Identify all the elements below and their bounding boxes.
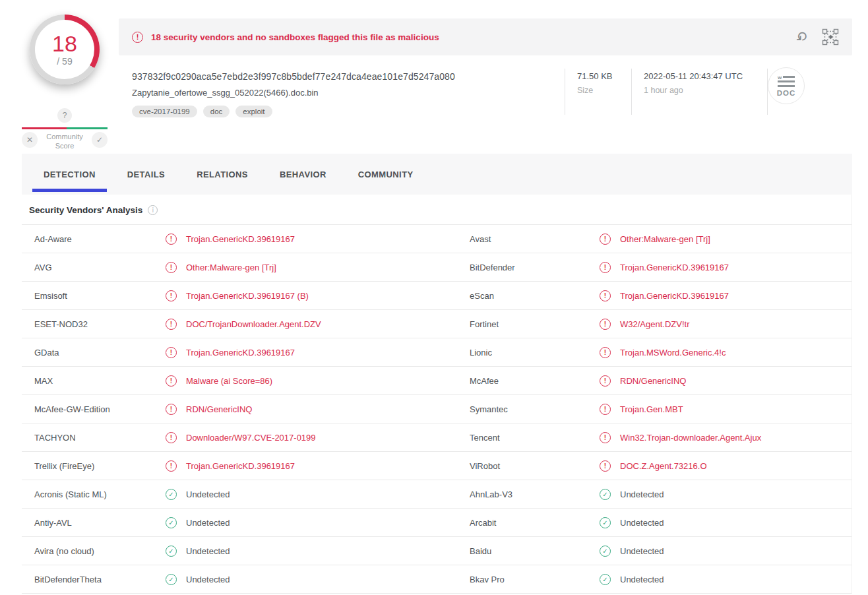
vendor-name: eScan xyxy=(457,291,600,301)
community-score-help-icon[interactable]: ? xyxy=(57,108,72,123)
file-size-value: 71.50 KB xyxy=(577,71,631,81)
vendor-result: ! Trojan.Gen.MBT xyxy=(600,404,852,415)
vendor-result: ✓ Undetected xyxy=(166,517,457,528)
alert-icon: ! xyxy=(600,375,611,387)
tag-exploit[interactable]: exploit xyxy=(235,106,272,117)
table-row: GData ! Trojan.GenericKD.39619167 Lionic… xyxy=(22,338,852,367)
last-analysis-date: 2022-05-11 20:43:47 UTC xyxy=(644,71,755,81)
community-score-label: Community Score xyxy=(40,132,89,150)
check-icon: ✓ xyxy=(166,546,177,557)
vendor-result: ✓ Undetected xyxy=(166,546,457,557)
vendor-result: ✓ Undetected xyxy=(600,517,852,528)
vote-harmless-button[interactable]: ✓ xyxy=(92,132,108,148)
alert-icon: ! xyxy=(600,234,611,245)
vendor-name: Tencent xyxy=(457,433,600,443)
active-tab-underline xyxy=(32,189,107,192)
alert-icon: ! xyxy=(600,319,611,330)
vendor-name: ViRobot xyxy=(457,461,600,471)
alert-icon: ! xyxy=(600,347,611,358)
alert-icon: ! xyxy=(600,262,611,273)
vendor-result: ! Other:Malware-gen [Trj] xyxy=(600,234,852,245)
vendor-name: Arcabit xyxy=(457,518,600,528)
vendor-result: ! Trojan.GenericKD.39619167 xyxy=(166,234,457,245)
detection-banner: ! 18 security vendors and no sandboxes f… xyxy=(119,18,852,55)
vendor-analysis-table: Ad-Aware ! Trojan.GenericKD.39619167 Ava… xyxy=(22,224,852,594)
vendor-name: Ad-Aware xyxy=(22,234,166,244)
vendor-result: ! RDN/GenericINQ xyxy=(600,375,852,387)
file-sha256: 937832f9c0290aca5e7ebd2e3f997c8b5bdef77e… xyxy=(132,71,565,82)
tab-behavior[interactable]: BEHAVIOR xyxy=(268,154,338,195)
vendor-name: AhnLab-V3 xyxy=(457,489,600,499)
tab-details[interactable]: DETAILS xyxy=(116,154,176,195)
tab-detection[interactable]: DETECTION xyxy=(32,154,107,195)
vendor-name: BitDefenderTheta xyxy=(22,575,166,584)
detection-content: Security Vendors' Analysis i Ad-Aware ! … xyxy=(22,195,852,594)
table-row: TACHYON ! Downloader/W97.CVE-2017-0199 T… xyxy=(22,423,852,452)
detections-count: 18 xyxy=(52,32,77,55)
detection-score-gauge: 18 / 59 xyxy=(30,15,100,84)
table-row: Acronis (Static ML) ✓ Undetected AhnLab-… xyxy=(22,480,852,509)
alert-icon: ! xyxy=(600,432,611,443)
vendor-name: TACHYON xyxy=(22,433,166,443)
vendor-name: Acronis (Static ML) xyxy=(22,489,166,499)
tag-doc[interactable]: doc xyxy=(203,106,230,117)
vendor-name: Bkav Pro xyxy=(457,575,600,584)
alert-icon: ! xyxy=(166,404,177,415)
tab-bar: DETECTION DETAILS RELATIONS BEHAVIOR COM… xyxy=(22,154,852,195)
alert-icon: ! xyxy=(166,460,177,472)
check-icon: ✓ xyxy=(600,489,611,500)
vendor-result: ✓ Undetected xyxy=(600,574,852,585)
alert-icon: ! xyxy=(166,347,177,358)
tab-community[interactable]: COMMUNITY xyxy=(347,154,425,195)
tag-row: cve-2017-0199docexploit xyxy=(132,106,565,117)
alert-icon: ! xyxy=(132,32,143,43)
engines-total: / 59 xyxy=(57,56,72,67)
vendor-result: ✓ Undetected xyxy=(600,489,852,500)
alert-icon: ! xyxy=(166,262,177,273)
alert-icon: ! xyxy=(166,290,177,301)
vendor-result: ! Other:Malware-gen [Trj] xyxy=(166,262,457,273)
alert-icon: ! xyxy=(166,319,177,330)
alert-icon: ! xyxy=(600,404,611,415)
table-row: AVG ! Other:Malware-gen [Trj] BitDefende… xyxy=(22,253,852,282)
tag-cve-2017-0199[interactable]: cve-2017-0199 xyxy=(132,106,197,117)
banner-message: 18 security vendors and no sandboxes fla… xyxy=(151,32,439,42)
vendor-result: ! Win32.Trojan-downloader.Agent.Ajux xyxy=(600,432,852,443)
check-icon: ✓ xyxy=(166,574,177,585)
vendor-name: Symantec xyxy=(457,404,600,414)
vendor-name: Trellix (FireEye) xyxy=(22,461,166,471)
vendor-name: Fortinet xyxy=(457,319,600,329)
info-icon[interactable]: i xyxy=(148,205,158,215)
table-row: ESET-NOD32 ! DOC/TrojanDownloader.Agent.… xyxy=(22,310,852,338)
alert-icon: ! xyxy=(600,290,611,301)
vendor-name: MAX xyxy=(22,376,166,386)
file-name: Zapytanie_ofertowe_ssgg_052022(5466).doc… xyxy=(132,88,565,98)
section-title: Security Vendors' Analysis xyxy=(29,205,142,215)
vendor-result: ✓ Undetected xyxy=(600,546,852,557)
check-icon: ✓ xyxy=(166,489,177,500)
vendor-name: BitDefender xyxy=(457,263,600,272)
file-size-label: Size xyxy=(577,86,631,95)
vendor-name: Antiy-AVL xyxy=(22,518,166,528)
vendor-result: ! Downloader/W97.CVE-2017-0199 xyxy=(166,432,457,443)
check-icon: ✓ xyxy=(600,517,611,528)
vendor-name: Lionic xyxy=(457,348,600,358)
tab-relations[interactable]: RELATIONS xyxy=(185,154,259,195)
similar-files-icon[interactable] xyxy=(822,28,839,46)
check-icon: ✓ xyxy=(166,517,177,528)
detection-score-widget: 18 / 59 ? ✕ ✓ Community Score xyxy=(22,9,108,84)
reanalyze-icon[interactable]: ⟲ xyxy=(793,28,811,46)
vendor-result: ! W32/Agent.DZV!tr xyxy=(600,319,852,330)
vendor-name: Baidu xyxy=(457,546,600,556)
table-row: Antiy-AVL ✓ Undetected Arcabit ✓ Undetec… xyxy=(22,509,852,537)
vendor-name: McAfee-GW-Edition xyxy=(22,404,166,414)
table-row: Emsisoft ! Trojan.GenericKD.39619167 (B)… xyxy=(22,282,852,310)
vendor-result: ! RDN/GenericINQ xyxy=(166,404,457,415)
vote-malicious-button[interactable]: ✕ xyxy=(22,132,38,148)
vendor-name: GData xyxy=(22,348,166,358)
vendor-result: ✓ Undetected xyxy=(166,489,457,500)
table-row: McAfee-GW-Edition ! RDN/GenericINQ Syman… xyxy=(22,395,852,423)
file-info-row: 937832f9c0290aca5e7ebd2e3f997c8b5bdef77e… xyxy=(119,66,852,117)
vendor-name: Avast xyxy=(457,234,600,244)
svg-text:DOC: DOC xyxy=(777,89,796,97)
